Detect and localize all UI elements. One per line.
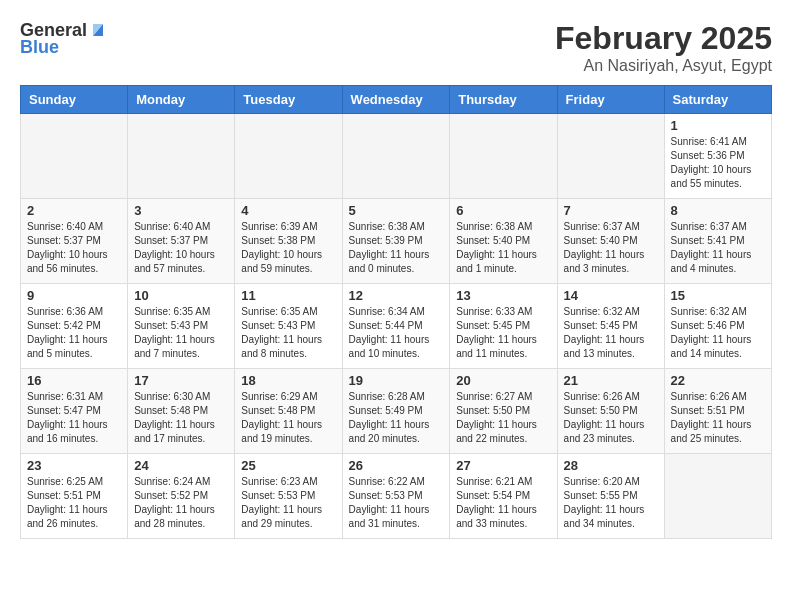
day-info: Sunrise: 6:35 AMSunset: 5:43 PMDaylight:… bbox=[134, 305, 228, 361]
day-info: Sunrise: 6:20 AMSunset: 5:55 PMDaylight:… bbox=[564, 475, 658, 531]
calendar-header-row: Sunday Monday Tuesday Wednesday Thursday… bbox=[21, 86, 772, 114]
day-info: Sunrise: 6:24 AMSunset: 5:52 PMDaylight:… bbox=[134, 475, 228, 531]
day-number: 24 bbox=[134, 458, 228, 473]
week-row-1: 1Sunrise: 6:41 AMSunset: 5:36 PMDaylight… bbox=[21, 114, 772, 199]
cell-w1-d4 bbox=[342, 114, 450, 199]
cell-w2-d2: 3Sunrise: 6:40 AMSunset: 5:37 PMDaylight… bbox=[128, 199, 235, 284]
header-thursday: Thursday bbox=[450, 86, 557, 114]
day-number: 10 bbox=[134, 288, 228, 303]
header-saturday: Saturday bbox=[664, 86, 771, 114]
day-number: 28 bbox=[564, 458, 658, 473]
day-info: Sunrise: 6:36 AMSunset: 5:42 PMDaylight:… bbox=[27, 305, 121, 361]
day-info: Sunrise: 6:31 AMSunset: 5:47 PMDaylight:… bbox=[27, 390, 121, 446]
title-area: February 2025 An Nasiriyah, Asyut, Egypt bbox=[555, 20, 772, 75]
day-number: 23 bbox=[27, 458, 121, 473]
day-number: 15 bbox=[671, 288, 765, 303]
header-friday: Friday bbox=[557, 86, 664, 114]
day-number: 12 bbox=[349, 288, 444, 303]
cell-w4-d7: 22Sunrise: 6:26 AMSunset: 5:51 PMDayligh… bbox=[664, 369, 771, 454]
day-number: 1 bbox=[671, 118, 765, 133]
location-title: An Nasiriyah, Asyut, Egypt bbox=[555, 57, 772, 75]
day-number: 2 bbox=[27, 203, 121, 218]
day-info: Sunrise: 6:39 AMSunset: 5:38 PMDaylight:… bbox=[241, 220, 335, 276]
logo-icon bbox=[89, 20, 107, 38]
day-number: 27 bbox=[456, 458, 550, 473]
day-number: 6 bbox=[456, 203, 550, 218]
cell-w3-d3: 11Sunrise: 6:35 AMSunset: 5:43 PMDayligh… bbox=[235, 284, 342, 369]
day-number: 4 bbox=[241, 203, 335, 218]
cell-w3-d2: 10Sunrise: 6:35 AMSunset: 5:43 PMDayligh… bbox=[128, 284, 235, 369]
cell-w4-d3: 18Sunrise: 6:29 AMSunset: 5:48 PMDayligh… bbox=[235, 369, 342, 454]
day-info: Sunrise: 6:33 AMSunset: 5:45 PMDaylight:… bbox=[456, 305, 550, 361]
week-row-4: 16Sunrise: 6:31 AMSunset: 5:47 PMDayligh… bbox=[21, 369, 772, 454]
day-info: Sunrise: 6:37 AMSunset: 5:41 PMDaylight:… bbox=[671, 220, 765, 276]
cell-w3-d5: 13Sunrise: 6:33 AMSunset: 5:45 PMDayligh… bbox=[450, 284, 557, 369]
day-number: 26 bbox=[349, 458, 444, 473]
day-info: Sunrise: 6:40 AMSunset: 5:37 PMDaylight:… bbox=[134, 220, 228, 276]
day-number: 13 bbox=[456, 288, 550, 303]
cell-w5-d3: 25Sunrise: 6:23 AMSunset: 5:53 PMDayligh… bbox=[235, 454, 342, 539]
day-info: Sunrise: 6:34 AMSunset: 5:44 PMDaylight:… bbox=[349, 305, 444, 361]
header: General Blue February 2025 An Nasiriyah,… bbox=[20, 20, 772, 75]
header-sunday: Sunday bbox=[21, 86, 128, 114]
cell-w4-d6: 21Sunrise: 6:26 AMSunset: 5:50 PMDayligh… bbox=[557, 369, 664, 454]
day-info: Sunrise: 6:21 AMSunset: 5:54 PMDaylight:… bbox=[456, 475, 550, 531]
week-row-5: 23Sunrise: 6:25 AMSunset: 5:51 PMDayligh… bbox=[21, 454, 772, 539]
cell-w5-d7 bbox=[664, 454, 771, 539]
header-wednesday: Wednesday bbox=[342, 86, 450, 114]
cell-w1-d5 bbox=[450, 114, 557, 199]
day-info: Sunrise: 6:27 AMSunset: 5:50 PMDaylight:… bbox=[456, 390, 550, 446]
cell-w2-d5: 6Sunrise: 6:38 AMSunset: 5:40 PMDaylight… bbox=[450, 199, 557, 284]
day-info: Sunrise: 6:26 AMSunset: 5:50 PMDaylight:… bbox=[564, 390, 658, 446]
cell-w1-d6 bbox=[557, 114, 664, 199]
cell-w1-d2 bbox=[128, 114, 235, 199]
week-row-3: 9Sunrise: 6:36 AMSunset: 5:42 PMDaylight… bbox=[21, 284, 772, 369]
day-info: Sunrise: 6:25 AMSunset: 5:51 PMDaylight:… bbox=[27, 475, 121, 531]
cell-w2-d4: 5Sunrise: 6:38 AMSunset: 5:39 PMDaylight… bbox=[342, 199, 450, 284]
cell-w3-d6: 14Sunrise: 6:32 AMSunset: 5:45 PMDayligh… bbox=[557, 284, 664, 369]
day-number: 5 bbox=[349, 203, 444, 218]
cell-w2-d7: 8Sunrise: 6:37 AMSunset: 5:41 PMDaylight… bbox=[664, 199, 771, 284]
cell-w4-d2: 17Sunrise: 6:30 AMSunset: 5:48 PMDayligh… bbox=[128, 369, 235, 454]
cell-w5-d5: 27Sunrise: 6:21 AMSunset: 5:54 PMDayligh… bbox=[450, 454, 557, 539]
day-info: Sunrise: 6:32 AMSunset: 5:45 PMDaylight:… bbox=[564, 305, 658, 361]
cell-w5-d4: 26Sunrise: 6:22 AMSunset: 5:53 PMDayligh… bbox=[342, 454, 450, 539]
cell-w3-d7: 15Sunrise: 6:32 AMSunset: 5:46 PMDayligh… bbox=[664, 284, 771, 369]
day-number: 8 bbox=[671, 203, 765, 218]
day-info: Sunrise: 6:29 AMSunset: 5:48 PMDaylight:… bbox=[241, 390, 335, 446]
cell-w5-d6: 28Sunrise: 6:20 AMSunset: 5:55 PMDayligh… bbox=[557, 454, 664, 539]
day-number: 21 bbox=[564, 373, 658, 388]
day-number: 11 bbox=[241, 288, 335, 303]
day-number: 22 bbox=[671, 373, 765, 388]
day-number: 19 bbox=[349, 373, 444, 388]
day-info: Sunrise: 6:40 AMSunset: 5:37 PMDaylight:… bbox=[27, 220, 121, 276]
cell-w2-d1: 2Sunrise: 6:40 AMSunset: 5:37 PMDaylight… bbox=[21, 199, 128, 284]
day-info: Sunrise: 6:30 AMSunset: 5:48 PMDaylight:… bbox=[134, 390, 228, 446]
week-row-2: 2Sunrise: 6:40 AMSunset: 5:37 PMDaylight… bbox=[21, 199, 772, 284]
header-tuesday: Tuesday bbox=[235, 86, 342, 114]
day-number: 9 bbox=[27, 288, 121, 303]
cell-w2-d6: 7Sunrise: 6:37 AMSunset: 5:40 PMDaylight… bbox=[557, 199, 664, 284]
day-number: 17 bbox=[134, 373, 228, 388]
cell-w2-d3: 4Sunrise: 6:39 AMSunset: 5:38 PMDaylight… bbox=[235, 199, 342, 284]
day-info: Sunrise: 6:28 AMSunset: 5:49 PMDaylight:… bbox=[349, 390, 444, 446]
cell-w4-d5: 20Sunrise: 6:27 AMSunset: 5:50 PMDayligh… bbox=[450, 369, 557, 454]
day-info: Sunrise: 6:37 AMSunset: 5:40 PMDaylight:… bbox=[564, 220, 658, 276]
cell-w5-d2: 24Sunrise: 6:24 AMSunset: 5:52 PMDayligh… bbox=[128, 454, 235, 539]
day-info: Sunrise: 6:23 AMSunset: 5:53 PMDaylight:… bbox=[241, 475, 335, 531]
day-number: 18 bbox=[241, 373, 335, 388]
cell-w4-d4: 19Sunrise: 6:28 AMSunset: 5:49 PMDayligh… bbox=[342, 369, 450, 454]
calendar: Sunday Monday Tuesday Wednesday Thursday… bbox=[20, 85, 772, 539]
day-info: Sunrise: 6:32 AMSunset: 5:46 PMDaylight:… bbox=[671, 305, 765, 361]
day-number: 25 bbox=[241, 458, 335, 473]
cell-w1-d7: 1Sunrise: 6:41 AMSunset: 5:36 PMDaylight… bbox=[664, 114, 771, 199]
cell-w5-d1: 23Sunrise: 6:25 AMSunset: 5:51 PMDayligh… bbox=[21, 454, 128, 539]
logo-blue: Blue bbox=[20, 37, 59, 58]
cell-w4-d1: 16Sunrise: 6:31 AMSunset: 5:47 PMDayligh… bbox=[21, 369, 128, 454]
day-info: Sunrise: 6:26 AMSunset: 5:51 PMDaylight:… bbox=[671, 390, 765, 446]
month-title: February 2025 bbox=[555, 20, 772, 57]
header-monday: Monday bbox=[128, 86, 235, 114]
day-info: Sunrise: 6:22 AMSunset: 5:53 PMDaylight:… bbox=[349, 475, 444, 531]
cell-w1-d3 bbox=[235, 114, 342, 199]
day-number: 3 bbox=[134, 203, 228, 218]
